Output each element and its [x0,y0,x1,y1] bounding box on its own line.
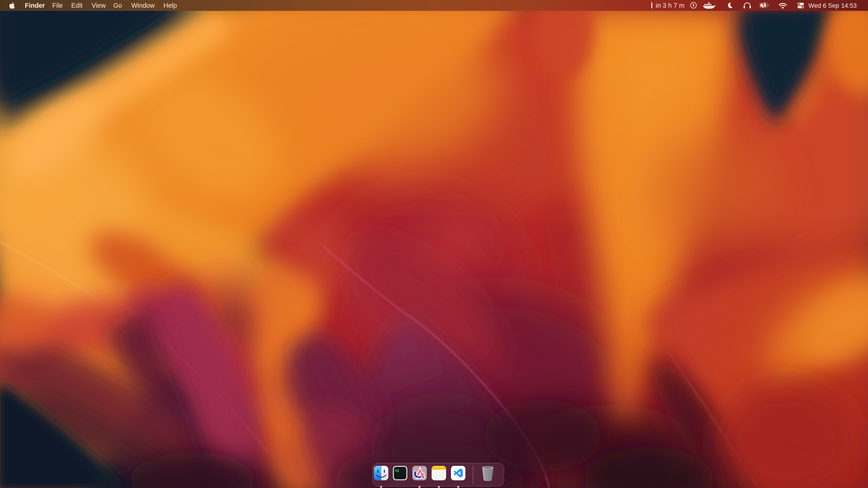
svg-text:$: $ [395,469,397,473]
svg-text:File: File [52,2,63,9]
svg-text:Go: Go [113,2,122,9]
svg-text:Help: Help [163,2,177,9]
svg-text:Finder: Finder [25,2,45,9]
svg-text:in 3 h 7 m: in 3 h 7 m [656,2,684,9]
svg-text:View: View [92,2,106,9]
svg-text:Wed 6 Sep: Wed 6 Sep [808,2,839,9]
svg-text:Window: Window [131,2,155,9]
svg-text:Edit: Edit [71,2,83,9]
svg-text:14:53: 14:53 [841,2,857,9]
